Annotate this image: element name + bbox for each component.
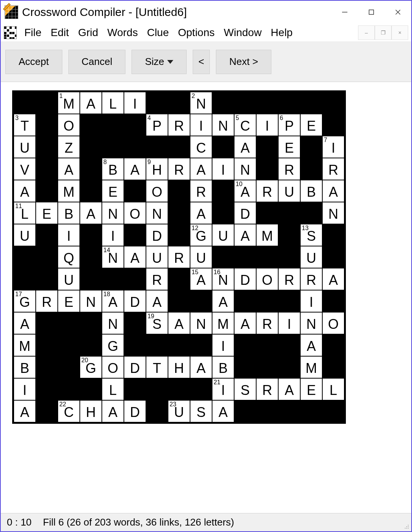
menu-words[interactable]: Words xyxy=(103,25,142,40)
crossword-cell[interactable]: A xyxy=(14,312,36,334)
crossword-cell[interactable]: A xyxy=(234,312,256,334)
crossword-cell[interactable]: R xyxy=(278,268,300,290)
crossword-cell[interactable]: I xyxy=(14,378,36,400)
crossword-cell[interactable]: E xyxy=(278,136,300,158)
crossword-cell[interactable]: D xyxy=(124,290,146,312)
crossword-cell[interactable]: 13S xyxy=(300,224,322,246)
crossword-cell[interactable]: D xyxy=(234,202,256,224)
crossword-cell[interactable]: D xyxy=(234,268,256,290)
cancel-button[interactable]: Cancel xyxy=(68,50,126,74)
crossword-cell[interactable]: G xyxy=(102,334,124,356)
crossword-cell[interactable]: N xyxy=(80,290,102,312)
crossword-cell[interactable]: U xyxy=(58,268,80,290)
crossword-cell[interactable]: A xyxy=(168,312,190,334)
mdi-restore-button[interactable]: ❐ xyxy=(375,25,391,40)
crossword-cell[interactable]: R xyxy=(256,312,278,334)
crossword-cell[interactable]: R xyxy=(322,158,344,180)
crossword-cell[interactable]: L xyxy=(102,92,124,114)
crossword-cell[interactable]: 23U xyxy=(168,400,190,422)
crossword-cell[interactable]: R xyxy=(300,268,322,290)
crossword-cell[interactable]: D xyxy=(124,400,146,422)
menu-file[interactable]: File xyxy=(20,25,46,40)
crossword-cell[interactable]: 16N xyxy=(212,268,234,290)
crossword-cell[interactable]: 17G xyxy=(14,290,36,312)
crossword-cell[interactable]: 8B xyxy=(102,158,124,180)
mdi-close-button[interactable]: × xyxy=(391,25,408,40)
crossword-cell[interactable]: N xyxy=(212,114,234,136)
grid-icon[interactable] xyxy=(4,26,17,39)
crossword-cell[interactable]: A xyxy=(14,400,36,422)
crossword-cell[interactable]: U xyxy=(14,136,36,158)
crossword-cell[interactable]: O xyxy=(58,114,80,136)
crossword-cell[interactable]: U xyxy=(190,246,212,268)
crossword-cell[interactable]: H xyxy=(80,400,102,422)
crossword-cell[interactable]: A xyxy=(212,290,234,312)
crossword-cell[interactable]: 19S xyxy=(146,312,168,334)
crossword-cell[interactable]: N xyxy=(300,312,322,334)
crossword-cell[interactable]: A xyxy=(14,180,36,202)
crossword-cell[interactable]: O xyxy=(102,356,124,378)
crossword-cell[interactable]: A xyxy=(58,158,80,180)
crossword-cell[interactable]: D xyxy=(146,224,168,246)
crossword-cell[interactable]: 2N xyxy=(190,92,212,114)
crossword-cell[interactable]: A xyxy=(212,400,234,422)
crossword-cell[interactable]: R xyxy=(190,180,212,202)
crossword-cell[interactable]: A xyxy=(102,400,124,422)
crossword-cell[interactable]: I xyxy=(190,114,212,136)
menu-grid[interactable]: Grid xyxy=(73,25,103,40)
crossword-cell[interactable]: A xyxy=(190,356,212,378)
crossword-cell[interactable]: U xyxy=(278,180,300,202)
next-button[interactable]: Next > xyxy=(216,50,271,74)
crossword-cell[interactable]: U xyxy=(146,246,168,268)
crossword-cell[interactable]: R xyxy=(168,158,190,180)
crossword-cell[interactable]: O xyxy=(124,202,146,224)
crossword-cell[interactable]: A xyxy=(190,202,212,224)
crossword-cell[interactable]: O xyxy=(256,268,278,290)
crossword-cell[interactable]: N xyxy=(322,202,344,224)
crossword-cell[interactable]: A xyxy=(322,180,344,202)
crossword-cell[interactable]: 6P xyxy=(278,114,300,136)
crossword-cell[interactable]: 20G xyxy=(80,356,102,378)
menu-options[interactable]: Options xyxy=(173,25,219,40)
crossword-cell[interactable]: 12G xyxy=(190,224,212,246)
close-button[interactable] xyxy=(385,3,411,22)
crossword-cell[interactable]: R xyxy=(36,290,58,312)
crossword-cell[interactable]: U xyxy=(14,224,36,246)
crossword-cell[interactable]: N xyxy=(146,202,168,224)
crossword-cell[interactable]: L xyxy=(322,378,344,400)
crossword-cell[interactable]: E xyxy=(300,114,322,136)
menu-clue[interactable]: Clue xyxy=(143,25,174,40)
crossword-cell[interactable]: I xyxy=(212,158,234,180)
crossword-cell[interactable]: M xyxy=(58,180,80,202)
crossword-cell[interactable]: I xyxy=(278,312,300,334)
maximize-button[interactable] xyxy=(358,3,385,22)
crossword-cell[interactable]: A xyxy=(80,202,102,224)
crossword-cell[interactable]: A xyxy=(322,268,344,290)
crossword-cell[interactable]: E xyxy=(300,378,322,400)
menu-help[interactable]: Help xyxy=(266,25,297,40)
crossword-cell[interactable]: A xyxy=(190,158,212,180)
crossword-cell[interactable]: A xyxy=(234,136,256,158)
crossword-cell[interactable]: A xyxy=(80,92,102,114)
crossword-cell[interactable]: 18A xyxy=(102,290,124,312)
crossword-cell[interactable]: M xyxy=(14,334,36,356)
crossword-cell[interactable]: 5C xyxy=(234,114,256,136)
crossword-cell[interactable]: I xyxy=(58,224,80,246)
menu-edit[interactable]: Edit xyxy=(46,25,73,40)
crossword-cell[interactable]: 7I xyxy=(322,136,344,158)
crossword-cell[interactable]: N xyxy=(102,202,124,224)
crossword-cell[interactable]: L xyxy=(102,378,124,400)
crossword-cell[interactable]: M xyxy=(256,224,278,246)
crossword-cell[interactable]: 14N xyxy=(102,246,124,268)
crossword-cell[interactable]: U xyxy=(300,246,322,268)
crossword-cell[interactable]: M xyxy=(300,356,322,378)
crossword-cell[interactable]: R xyxy=(168,246,190,268)
crossword-cell[interactable]: R xyxy=(256,180,278,202)
crossword-cell[interactable]: 1M xyxy=(58,92,80,114)
crossword-cell[interactable]: T xyxy=(146,356,168,378)
crossword-cell[interactable]: U xyxy=(212,224,234,246)
crossword-cell[interactable]: N xyxy=(190,312,212,334)
crossword-cell[interactable]: A xyxy=(124,246,146,268)
menu-window[interactable]: Window xyxy=(219,25,266,40)
crossword-cell[interactable]: I xyxy=(212,334,234,356)
